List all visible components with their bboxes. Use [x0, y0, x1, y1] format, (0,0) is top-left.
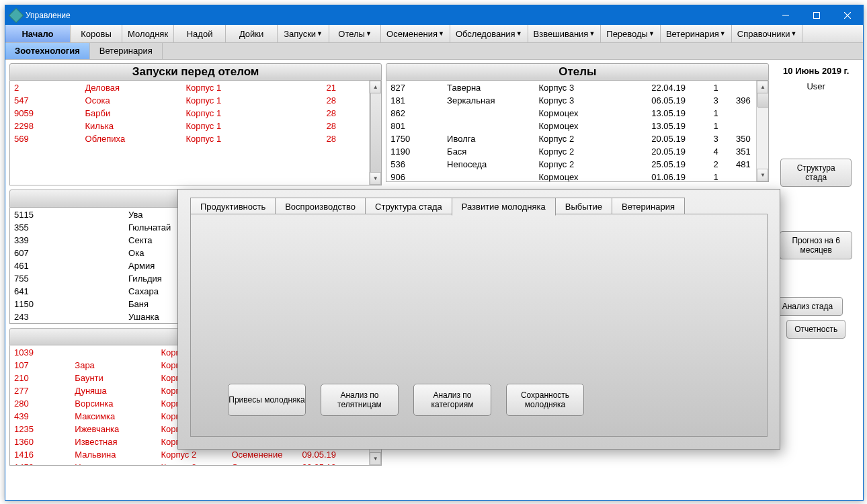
cell: 1452	[11, 462, 71, 466]
dialog-tab-5[interactable]: Ветеринария	[612, 198, 685, 216]
cell: 01.06.19	[649, 171, 709, 182]
forecast-label2: месяцев	[800, 245, 832, 255]
menu-осеменения[interactable]: Осеменения▼	[381, 25, 450, 42]
cell: 3	[711, 133, 732, 144]
menu-начало[interactable]: Начало	[5, 25, 71, 42]
titlebar: Управление	[5, 5, 863, 25]
cell: 1416	[11, 449, 71, 460]
cell: 439	[11, 411, 71, 422]
scroll-up-icon[interactable]: ▲	[757, 81, 768, 93]
menu-ветеринария[interactable]: Ветеринария▼	[661, 25, 732, 42]
cell: 1150	[11, 298, 124, 310]
cell: Корпус 1	[183, 108, 322, 119]
dialog-tab-1[interactable]: Воспроизводство	[275, 198, 366, 216]
cell: Ворсинка	[72, 398, 157, 409]
cell: Максимка	[72, 411, 157, 422]
analysis-button[interactable]: Анализ стада	[772, 297, 843, 316]
cell: Корпус 1	[183, 133, 322, 144]
menu-коровы[interactable]: Коровы	[71, 25, 122, 42]
dialog-tab-2[interactable]: Структура стада	[365, 198, 452, 216]
menu-дойки[interactable]: Дойки	[226, 25, 278, 42]
cell: 1	[711, 171, 732, 182]
cell: 801	[388, 120, 443, 132]
table-row[interactable]: 181ЗеркальнаяКорпус 306.05.193396	[388, 95, 767, 106]
close-button[interactable]	[832, 5, 863, 25]
current-date: 10 Июнь 2019 г.	[772, 66, 860, 76]
menu-отелы[interactable]: Отелы▼	[329, 25, 381, 42]
dialog-action-1[interactable]: Анализ по телятницам	[321, 384, 399, 416]
table-row[interactable]: 536НепоседаКорпус 225.05.192481	[388, 159, 767, 170]
cell: 547	[11, 95, 81, 106]
cell: Осеменение	[229, 449, 298, 460]
table-row[interactable]: 2ДеловаяКорпус 121	[11, 82, 380, 93]
cell	[444, 120, 534, 132]
table-row[interactable]: 906Кормоцех01.06.191	[388, 171, 767, 182]
scroll-thumb[interactable]	[370, 93, 382, 173]
table-row[interactable]: 1750ИволгаКорпус 220.05.193350	[388, 133, 767, 144]
cell: Корпус 2	[158, 462, 227, 466]
table-row[interactable]: 569ОблепихаКорпус 128	[11, 133, 380, 144]
chevron-down-icon: ▼	[516, 30, 522, 37]
cell: 22.04.19	[649, 82, 709, 93]
cell	[444, 108, 534, 119]
table-row[interactable]: 2298КилькаКорпус 128	[11, 120, 380, 132]
cell: Баунти	[72, 372, 157, 384]
chevron-down-icon: ▼	[589, 30, 595, 37]
table-row[interactable]: 1190БасяКорпус 220.05.194351	[388, 146, 767, 157]
menu-взвешивания[interactable]: Взвешивания▼	[528, 25, 602, 42]
table-row[interactable]: 1416МальвинаКорпус 2Осеменение09.05.19	[11, 449, 380, 460]
cell: 210	[11, 372, 71, 384]
cell: 339	[11, 235, 124, 246]
scrollbar[interactable]: ▲ ▼	[369, 81, 381, 185]
scrollbar[interactable]: ▲ ▼	[756, 81, 768, 181]
table-row[interactable]: 827ТавернаКорпус 322.04.191	[388, 82, 767, 93]
scroll-down-icon[interactable]: ▼	[370, 452, 381, 465]
cell: Мальвина	[72, 449, 157, 460]
dialog-tab-3[interactable]: Развитие молодняка	[452, 198, 556, 216]
menu-справочники[interactable]: Справочники▼	[732, 25, 803, 42]
cell: Таверна	[444, 82, 534, 93]
menu-запуски[interactable]: Запуски▼	[278, 25, 329, 42]
cell: Облепиха	[83, 133, 182, 144]
cell: 107	[11, 360, 71, 371]
cell: 2	[711, 159, 732, 170]
scroll-up-icon[interactable]: ▲	[370, 81, 381, 93]
menu-обследования[interactable]: Обследования▼	[450, 25, 528, 42]
menu-молодняк[interactable]: Молодняк	[122, 25, 174, 42]
subtab-0[interactable]: Зоотехнология	[5, 43, 90, 59]
menu-переводы[interactable]: Переводы▼	[601, 25, 661, 42]
table-row[interactable]: 9059БарбиКорпус 128	[11, 108, 380, 119]
cell: 2298	[11, 120, 81, 132]
subtab-1[interactable]: Ветеринария	[90, 43, 163, 59]
cell: 09.05.19	[299, 449, 358, 460]
cell	[444, 171, 534, 182]
app-icon	[9, 7, 24, 23]
table-row[interactable]: 801Кормоцех13.05.191	[388, 120, 767, 132]
dialog-tab-4[interactable]: Выбытие	[555, 198, 612, 216]
grid-zapuski: 2ДеловаяКорпус 121547ОсокаКорпус 1289059…	[9, 81, 382, 185]
dialog-action-0[interactable]: Привесы молодняка	[228, 384, 306, 416]
table-row[interactable]: 1452НюшаКорпус 2Осеменение09.05.19	[11, 462, 380, 466]
cell: 755	[11, 273, 124, 284]
cell: 862	[388, 108, 443, 119]
table-row[interactable]: 547ОсокаКорпус 128	[11, 95, 380, 106]
report-button[interactable]: Отчетность	[786, 320, 845, 339]
scroll-down-icon[interactable]: ▼	[370, 172, 381, 185]
forecast-button[interactable]: Прогноз на 6месяцев	[780, 231, 852, 259]
maximize-button[interactable]	[801, 5, 832, 25]
cell: Бася	[444, 146, 534, 157]
dialog-action-2[interactable]: Анализ по категориям	[413, 384, 491, 416]
scroll-thumb[interactable]	[757, 93, 769, 108]
dialog-tab-0[interactable]: Продуктивность	[190, 198, 276, 216]
dialog-action-3[interactable]: Сохранность молодняка	[506, 384, 584, 416]
cell: 569	[11, 133, 81, 144]
minimize-button[interactable]	[770, 5, 801, 25]
cell: 4	[711, 146, 732, 157]
table-row[interactable]: 862Кормоцех13.05.191	[388, 108, 767, 119]
scroll-down-icon[interactable]: ▼	[757, 169, 768, 181]
menu-надой[interactable]: Надой	[174, 25, 226, 42]
cell: 1	[711, 108, 732, 119]
cell: Корпус 3	[536, 95, 647, 106]
structure-button[interactable]: Структура стада	[780, 159, 852, 187]
chevron-down-icon: ▼	[366, 30, 372, 37]
